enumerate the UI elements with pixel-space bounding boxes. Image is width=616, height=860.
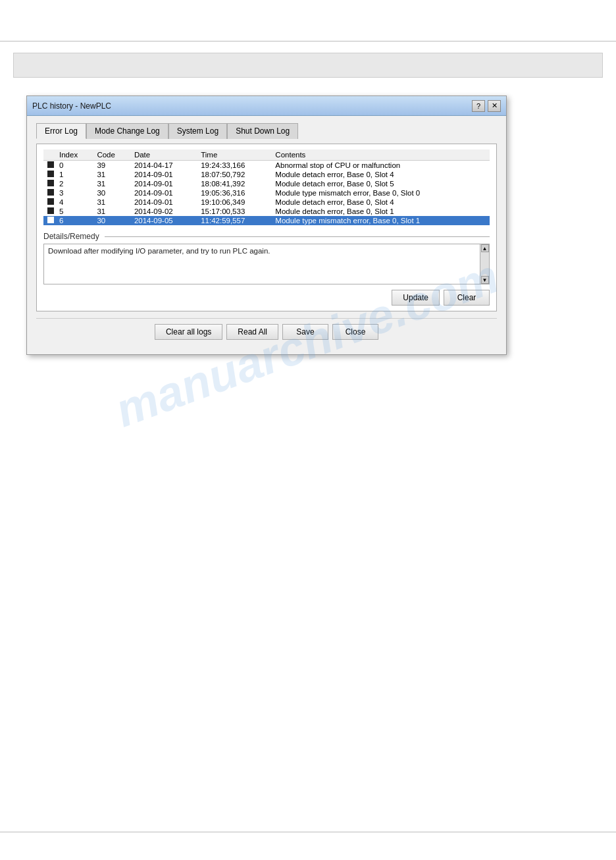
details-section: Details/Remedy Download after modifying …	[43, 232, 490, 284]
cell-index: 6	[55, 216, 93, 225]
row-icon-cell	[43, 207, 55, 216]
cell-index: 4	[55, 198, 93, 207]
cell-date: 2014-09-02	[130, 207, 197, 216]
scroll-up-arrow[interactable]: ▲	[481, 244, 489, 252]
cell-date: 2014-09-05	[130, 216, 197, 225]
plc-history-dialog: PLC history - NewPLC ? ✕ Error Log Mode …	[26, 95, 507, 355]
cell-code: 30	[93, 216, 130, 225]
row-icon-square	[47, 217, 54, 223]
update-button[interactable]: Update	[392, 290, 440, 306]
close-label: Close	[346, 327, 366, 336]
dialog-close-button[interactable]: Close	[332, 324, 378, 340]
save-label: Save	[296, 327, 314, 336]
bottom-rule	[0, 832, 616, 832]
table-row[interactable]: 2312014-09-0118:08:41,392Module detach e…	[43, 179, 490, 188]
cell-contents: Module detach error, Base 0, Slot 5	[271, 179, 490, 188]
row-icon-square	[47, 207, 54, 214]
update-clear-row: Update Clear	[43, 290, 490, 306]
bottom-buttons-row: Clear all logs Read All Save Close	[36, 318, 497, 345]
row-icon-square	[47, 180, 54, 186]
row-icon-square	[47, 161, 54, 168]
cell-index: 5	[55, 207, 93, 216]
table-row[interactable]: 6302014-09-0511:42:59,557Module type mis…	[43, 216, 490, 225]
tab-content-area: Index Code Date Time Contents 0392014-04…	[36, 144, 497, 311]
cell-contents: Module detach error, Base 0, Slot 4	[271, 198, 490, 207]
cell-time: 18:08:41,392	[197, 179, 271, 188]
dialog-titlebar: PLC history - NewPLC ? ✕	[27, 96, 506, 116]
row-icon-cell	[43, 198, 55, 207]
clear-button[interactable]: Clear	[444, 290, 490, 306]
table-header-row: Index Code Date Time Contents	[43, 149, 490, 161]
details-scrollbar: ▲ ▼	[480, 244, 489, 284]
cell-date: 2014-04-17	[130, 161, 197, 171]
tab-mode-change-log[interactable]: Mode Change Log	[86, 123, 168, 139]
row-icon-cell	[43, 188, 55, 198]
row-icon-square	[47, 189, 54, 196]
details-header: Details/Remedy	[43, 232, 490, 241]
table-row[interactable]: 1312014-09-0118:07:50,792Module detach e…	[43, 170, 490, 179]
row-icon-cell	[43, 161, 55, 171]
cell-contents: Abnormal stop of CPU or malfunction	[271, 161, 490, 171]
clear-label: Clear	[457, 293, 476, 302]
clear-all-logs-label: Clear all logs	[166, 327, 211, 336]
dialog-controls: ? ✕	[472, 100, 501, 112]
tab-system-log[interactable]: System Log	[168, 123, 227, 139]
cell-code: 31	[93, 179, 130, 188]
details-text-container: Download after modifying I/O parameter, …	[43, 244, 490, 284]
clear-all-logs-button[interactable]: Clear all logs	[155, 324, 222, 340]
details-label: Details/Remedy	[43, 232, 99, 241]
tab-error-log[interactable]: Error Log	[36, 123, 86, 139]
col-time-header: Time	[197, 149, 271, 161]
cell-index: 3	[55, 188, 93, 198]
cell-index: 2	[55, 179, 93, 188]
row-icon-cell	[43, 179, 55, 188]
dialog-title: PLC history - NewPLC	[32, 101, 111, 111]
row-icon-cell	[43, 170, 55, 179]
col-date-header: Date	[130, 149, 197, 161]
cell-contents: Module type mismatch error, Base 0, Slot…	[271, 188, 490, 198]
cell-time: 19:05:36,316	[197, 188, 271, 198]
cell-code: 31	[93, 198, 130, 207]
dialog-content: Error Log Mode Change Log System Log Shu…	[27, 116, 506, 354]
save-button[interactable]: Save	[282, 324, 328, 340]
cell-index: 0	[55, 161, 93, 171]
cell-contents: Module type mismatch error, Base 0, Slot…	[271, 216, 490, 225]
tab-bar: Error Log Mode Change Log System Log Shu…	[36, 122, 497, 138]
cell-date: 2014-09-01	[130, 179, 197, 188]
col-icon-header	[43, 149, 55, 161]
tab-shut-down-log[interactable]: Shut Down Log	[227, 123, 298, 139]
read-all-label: Read All	[238, 327, 267, 336]
page-background: manuarchive.com PLC history - NewPLC ? ✕…	[0, 0, 616, 860]
scroll-down-arrow[interactable]: ▼	[481, 276, 489, 284]
details-text-content: Download after modifying I/O parameter, …	[48, 247, 270, 255]
cell-date: 2014-09-01	[130, 198, 197, 207]
cell-time: 15:17:00,533	[197, 207, 271, 216]
cell-code: 31	[93, 207, 130, 216]
cell-time: 18:07:50,792	[197, 170, 271, 179]
table-row[interactable]: 4312014-09-0119:10:06,349Module detach e…	[43, 198, 490, 207]
log-table: Index Code Date Time Contents 0392014-04…	[43, 149, 490, 225]
read-all-button[interactable]: Read All	[226, 324, 278, 340]
row-icon-square	[47, 198, 54, 205]
table-row[interactable]: 3302014-09-0119:05:36,316Module type mis…	[43, 188, 490, 198]
cell-index: 1	[55, 170, 93, 179]
details-text: Download after modifying I/O parameter, …	[44, 244, 480, 284]
cell-code: 39	[93, 161, 130, 171]
scroll-track	[480, 252, 489, 276]
table-row[interactable]: 0392014-04-1719:24:33,166Abnormal stop o…	[43, 161, 490, 171]
row-icon-square	[47, 171, 54, 177]
cell-code: 30	[93, 188, 130, 198]
update-label: Update	[403, 293, 428, 302]
details-separator	[105, 236, 490, 237]
help-button[interactable]: ?	[472, 100, 485, 112]
table-row[interactable]: 5312014-09-0215:17:00,533Module detach e…	[43, 207, 490, 216]
top-rule	[0, 41, 616, 41]
col-contents-header: Contents	[271, 149, 490, 161]
cell-date: 2014-09-01	[130, 188, 197, 198]
header-gray-box	[13, 53, 603, 78]
cell-contents: Module detach error, Base 0, Slot 1	[271, 207, 490, 216]
col-index-header: Index	[55, 149, 93, 161]
row-icon-cell	[43, 216, 55, 225]
close-icon-button[interactable]: ✕	[488, 100, 501, 112]
cell-contents: Module detach error, Base 0, Slot 4	[271, 170, 490, 179]
